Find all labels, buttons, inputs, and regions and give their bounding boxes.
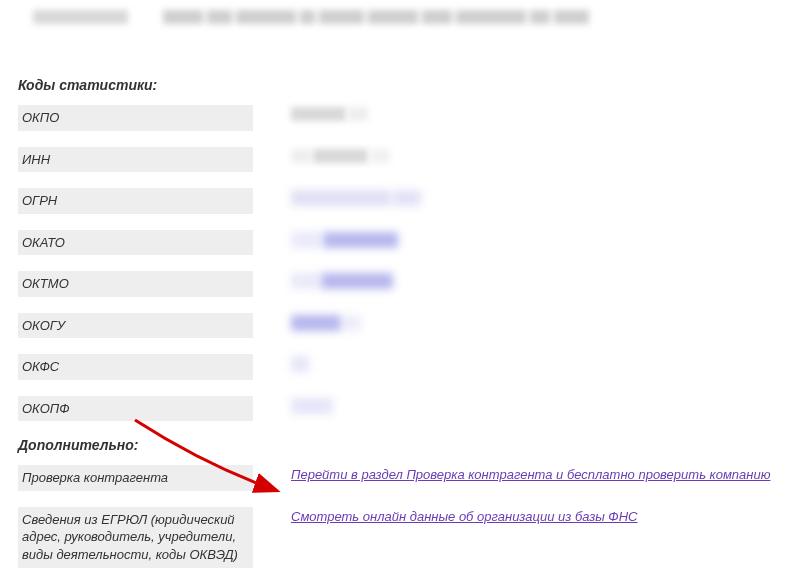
label-oktmo: ОКТМО [18,271,253,297]
row-inn: ИНН [18,147,782,173]
label-ogrn: ОГРН [18,188,253,214]
label-egrul: Сведения из ЕГРЮЛ (юридический адрес, ру… [18,507,253,568]
value-okato [291,230,782,251]
row-okogu: ОКОГУ [18,313,782,339]
value-okpo [291,105,782,124]
value-ogrn [291,188,782,209]
value-okfs [291,354,782,375]
row-ogrn: ОГРН [18,188,782,214]
row-check-contragent: Проверка контрагента Перейти в раздел Пр… [18,465,782,491]
value-okopf [291,396,782,417]
link-egrul[interactable]: Смотреть онлайн данные об организации из… [291,509,637,524]
label-okopf: ОКОПФ [18,396,253,422]
value-inn [291,147,782,166]
label-okfs: ОКФС [18,354,253,380]
value-oktmo [291,271,782,292]
row-oktmo: ОКТМО [18,271,782,297]
row-okpo: ОКПО [18,105,782,131]
extra-section-title: Дополнительно: [18,437,782,453]
header-blur-row [18,10,782,27]
row-okfs: ОКФС [18,354,782,380]
label-check-contragent: Проверка контрагента [18,465,253,491]
stats-section-title: Коды статистики: [18,77,782,93]
row-okopf: ОКОПФ [18,396,782,422]
row-okato: ОКАТО [18,230,782,256]
label-okogu: ОКОГУ [18,313,253,339]
label-inn: ИНН [18,147,253,173]
row-egrul: Сведения из ЕГРЮЛ (юридический адрес, ру… [18,507,782,568]
link-check-contragent[interactable]: Перейти в раздел Проверка контрагента и … [291,467,770,482]
label-okpo: ОКПО [18,105,253,131]
value-okogu [291,313,782,334]
label-okato: ОКАТО [18,230,253,256]
